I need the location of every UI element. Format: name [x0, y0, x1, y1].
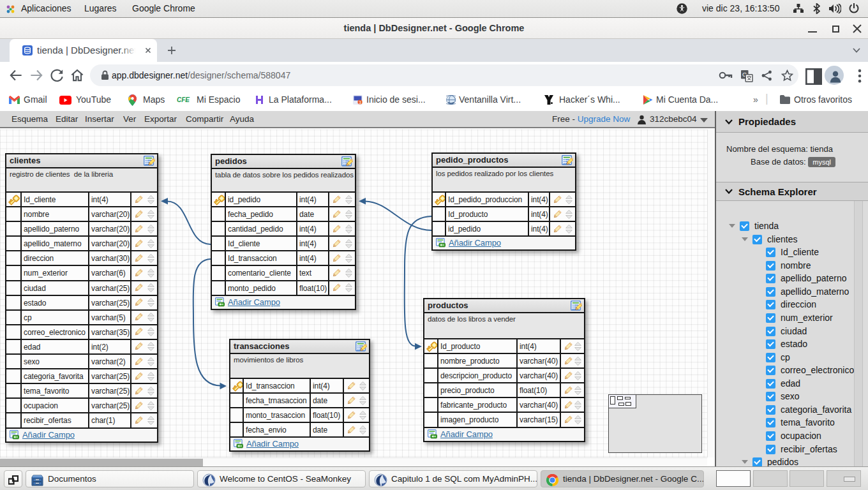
- svg-text:3: 3: [359, 100, 361, 105]
